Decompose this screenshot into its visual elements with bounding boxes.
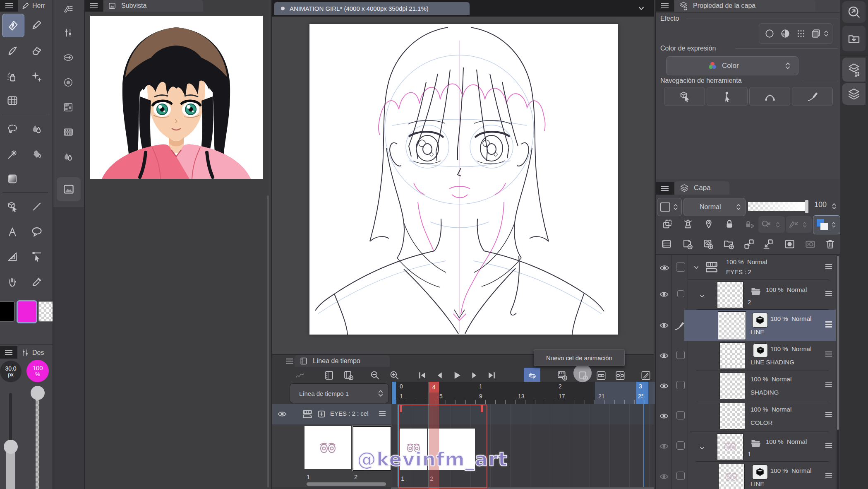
layer-checkbox[interactable] [676, 441, 685, 450]
tool-panel-menu-button[interactable] [0, 0, 18, 12]
layer-checkbox[interactable] [676, 411, 685, 419]
layer-menu-icon[interactable] [825, 412, 832, 417]
subview-scrollbar[interactable] [267, 195, 269, 487]
visibility-icon[interactable] [659, 472, 669, 482]
tool-panel-tab[interactable]: Herr [32, 2, 45, 10]
brush-size-badge[interactable]: 30.0px [0, 361, 22, 382]
subview-menu-button[interactable] [85, 0, 103, 12]
clip-to-below-icon[interactable] [662, 219, 673, 229]
opacity-spinner-icon[interactable] [830, 200, 838, 213]
layer-checkbox[interactable] [676, 472, 685, 480]
magic-wand-tool-button[interactable] [7, 149, 18, 160]
visibility-icon[interactable] [659, 289, 669, 299]
expand-chevron-icon[interactable] [692, 263, 700, 272]
timeline-list-button[interactable] [324, 370, 334, 381]
subview-image[interactable] [90, 16, 263, 179]
layer-checkbox[interactable] [676, 263, 685, 272]
expression-spinner-icon[interactable] [783, 59, 792, 73]
layer-thumbnail[interactable] [719, 373, 745, 399]
sub-color-swatch[interactable] [17, 300, 37, 323]
blend-tool-button[interactable] [31, 123, 43, 135]
new-animation-cel-button[interactable] [578, 370, 588, 381]
effect-halftone-icon[interactable] [796, 28, 806, 39]
layer-row[interactable]: 100 % Normal EYES : 2 [656, 256, 834, 279]
layer-opacity-slider[interactable] [748, 202, 808, 211]
thumbnail-size-select[interactable] [657, 198, 682, 216]
layer-row[interactable]: 100 % Normal LINE SHADING [656, 341, 834, 371]
transparent-color-swatch[interactable] [38, 301, 53, 322]
layer-row[interactable]: 100 % Normal LINE [656, 462, 834, 489]
eyedropper-tool-button[interactable] [31, 276, 43, 288]
selection-handle-right[interactable] [481, 405, 483, 412]
effect-spinner-icon[interactable] [822, 29, 830, 38]
quick-access-dock-button[interactable] [842, 1, 866, 23]
playhead-band[interactable] [429, 393, 439, 487]
loop-play-button[interactable] [524, 368, 540, 383]
previous-frame-button[interactable] [434, 370, 445, 381]
nav-curve-button[interactable] [749, 87, 790, 106]
line-tool-button[interactable] [31, 201, 43, 212]
layer-thumbnail[interactable] [719, 342, 745, 369]
material-dock-icon[interactable] [63, 127, 74, 137]
timeline-tab[interactable]: Línea de tiempo [295, 355, 390, 367]
layer-panel-menu-button[interactable] [656, 182, 674, 195]
selection-tool-button[interactable] [7, 123, 18, 135]
layer-row[interactable]: 100 % Normal COLOR [656, 401, 834, 431]
visibility-icon[interactable] [659, 351, 669, 361]
delete-layer-icon[interactable] [825, 238, 836, 250]
track-add-icon[interactable] [317, 410, 326, 419]
airbrush-tool-button[interactable] [7, 71, 18, 83]
pen-tool-button[interactable] [2, 14, 24, 37]
layer-checkbox[interactable] [677, 290, 684, 297]
new-folder-icon[interactable] [723, 238, 734, 250]
create-mask-icon[interactable] [784, 238, 795, 250]
brush-opacity-slider-track[interactable] [36, 394, 39, 489]
reference-layer-icon[interactable] [683, 219, 693, 229]
document-tab[interactable]: ANIMATION GIRL* (4000 x 4000px 350dpi 21… [274, 2, 470, 15]
canvas[interactable] [309, 24, 618, 335]
layer-property-tab[interactable]: Propiedad de la capa [675, 0, 815, 12]
layer-panel-tab[interactable]: Capa [675, 181, 729, 195]
intermediate-color-dock-icon[interactable] [63, 152, 74, 162]
opacity-slider-handle[interactable] [805, 200, 808, 213]
nav-object-button[interactable] [707, 87, 748, 106]
effect-layercolor-icon[interactable] [810, 28, 821, 39]
draft-layer-icon[interactable] [703, 219, 714, 229]
fill-tool-button[interactable] [31, 149, 43, 160]
layer-list-settings-icon[interactable] [661, 238, 672, 249]
selection-handle-left[interactable] [400, 405, 402, 412]
play-button[interactable] [452, 370, 462, 381]
layer-list-scrollbar[interactable] [837, 255, 839, 489]
tool-property-dock-icon[interactable] [63, 27, 74, 38]
layer-property-dock-button[interactable] [842, 58, 866, 82]
lock-transparent-icon[interactable] [744, 219, 755, 229]
layer-thumbnail[interactable] [718, 464, 745, 489]
visibility-icon[interactable] [659, 411, 669, 421]
layer-row-selected[interactable]: 100 % Normal LINE [656, 310, 836, 341]
color-set-dock-icon[interactable] [63, 102, 74, 113]
expand-chevron-icon[interactable] [698, 444, 706, 452]
new-timeline-button[interactable] [343, 370, 354, 381]
layer-checkbox[interactable] [676, 381, 685, 389]
operation-tool-button[interactable] [7, 201, 18, 212]
release-cel-button[interactable] [615, 370, 626, 381]
layer-checkbox[interactable] [676, 351, 685, 359]
new-raster-layer-icon[interactable] [682, 238, 693, 250]
selector-spinner-icon[interactable] [376, 386, 385, 400]
vector-edit-tool-button[interactable] [31, 251, 43, 263]
merge-down-icon[interactable] [762, 238, 774, 250]
zoom-out-icon[interactable] [370, 370, 380, 381]
layer-menu-icon[interactable] [825, 473, 832, 478]
track-menu-icon[interactable] [379, 411, 386, 416]
visibility-icon[interactable] [659, 381, 669, 391]
layer-menu-icon[interactable] [825, 321, 832, 328]
main-color-swatch[interactable] [0, 301, 15, 322]
brush-size-slider-handle[interactable] [4, 440, 18, 454]
brush-panel-tab[interactable]: Des [32, 349, 44, 357]
next-frame-button[interactable] [469, 370, 480, 381]
layer-color-group[interactable] [813, 215, 840, 234]
nav-operation-button[interactable] [664, 87, 705, 106]
go-to-end-button[interactable] [487, 370, 497, 381]
camera-icon[interactable] [805, 238, 816, 250]
layer-menu-icon[interactable] [825, 352, 832, 357]
